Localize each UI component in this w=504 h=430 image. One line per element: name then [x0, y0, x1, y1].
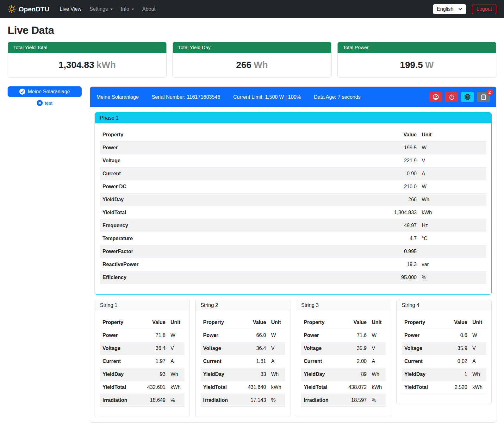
table-row: Current2.00A — [301, 355, 386, 368]
value-cell: 71.8 — [143, 329, 168, 342]
string-1-panel: String 1 Property Value Unit — [95, 300, 190, 417]
table-row: Power66.0W — [201, 329, 285, 342]
column-unit: Unit — [419, 128, 486, 141]
table-row: Voltage36.4V — [201, 342, 285, 355]
nav-about[interactable]: About — [138, 4, 160, 15]
table-row: YieldTotal432.601kWh — [100, 381, 184, 394]
value-cell: 431.640 — [243, 381, 269, 394]
table-row: YieldDay1Wh — [402, 368, 486, 381]
summary-cards-row: Total Yield Total 1,304.83kWh Total Yiel… — [8, 42, 496, 78]
value-cell: 66.0 — [243, 329, 269, 342]
unit: Wh — [254, 60, 268, 70]
table-row: Power71.6W — [301, 329, 386, 342]
value-cell: 36.4 — [243, 342, 269, 355]
nav-live-view[interactable]: Live View — [56, 4, 85, 15]
value-cell: 18.649 — [143, 394, 168, 407]
property-cell: Current — [100, 167, 381, 180]
brand[interactable]: OpenDTU — [8, 5, 49, 13]
device-info-button[interactable] — [461, 92, 474, 102]
limit-settings-button[interactable] — [429, 92, 442, 102]
unit-cell: V — [168, 342, 184, 355]
power-button[interactable] — [445, 92, 458, 102]
property-cell: YieldDay — [100, 193, 381, 206]
unit-cell: A — [419, 167, 486, 180]
value-cell: 83 — [243, 368, 269, 381]
property-cell: Current — [100, 355, 143, 368]
string-1-table: Property Value Unit Power71.8WVoltage36.… — [100, 316, 184, 407]
inverter-item-test[interactable]: test — [8, 100, 82, 106]
property-cell: Irradiation — [100, 394, 143, 407]
unit-cell: V — [419, 154, 486, 167]
property-cell: YieldTotal — [201, 381, 243, 394]
nav-settings-label: Settings — [90, 6, 108, 12]
value-cell: 1 — [445, 368, 470, 381]
phase-table-body: Power199.5WVoltage221.9VCurrent0.90APowe… — [100, 141, 486, 284]
table-row: Efficiency95.000% — [100, 271, 486, 284]
string-title: String 3 — [296, 300, 391, 311]
property-cell: Frequency — [100, 219, 381, 232]
inverter-select-button[interactable]: Meine Solaranlage — [8, 86, 82, 97]
column-value: Value — [381, 128, 419, 141]
unit-cell: Wh — [168, 368, 184, 381]
table-row: YieldTotal438.072kWh — [301, 381, 386, 394]
power-icon — [449, 94, 455, 100]
table-row: Current0.02A — [402, 355, 486, 368]
table-row: ReactivePower19.3var — [100, 258, 486, 271]
unit-cell: W — [419, 180, 486, 193]
total-yield-total-card: Total Yield Total 1,304.83kWh — [8, 42, 167, 78]
property-cell: PowerFactor — [100, 245, 381, 258]
table-row: Irradiation17.143% — [201, 394, 285, 407]
unit-cell: kWh — [470, 381, 486, 394]
column-property: Property — [100, 128, 381, 141]
page-title: Live Data — [8, 24, 496, 36]
inverter-select-label: Meine Solaranlage — [28, 89, 70, 95]
property-cell: Voltage — [301, 342, 344, 355]
column-value: Value — [445, 316, 470, 329]
column-property: Property — [100, 316, 143, 329]
navbar: OpenDTU Live View Settings Info About En… — [0, 0, 504, 18]
inverter-sidebar: Meine Solaranlage test — [8, 86, 82, 106]
unit-cell: Wh — [470, 368, 486, 381]
card-value: 266Wh — [173, 53, 331, 77]
value-cell: 266 — [381, 193, 419, 206]
string-4-table: Property Value Unit Power0.6WVoltage35.9… — [402, 316, 486, 394]
table-row: Power71.8W — [100, 329, 184, 342]
string-4-table-body: Power0.6WVoltage35.9VCurrent0.02AYieldDa… — [402, 329, 486, 394]
total-power-card: Total Power 199.5W — [337, 42, 496, 78]
value-cell: 210.0 — [381, 180, 419, 193]
value-cell: 0.6 — [445, 329, 470, 342]
table-row: Temperature4.7°C — [100, 232, 486, 245]
nav-settings[interactable]: Settings — [85, 4, 117, 15]
table-row: Voltage35.9V — [402, 342, 486, 355]
unit: kWh — [96, 60, 116, 70]
logout-button[interactable]: Logout — [472, 4, 496, 14]
property-cell: Irradiation — [201, 394, 243, 407]
table-row: Current0.90A — [100, 167, 486, 180]
unit-cell: kWh — [419, 206, 486, 219]
unit-cell: % — [269, 394, 285, 407]
nav-info[interactable]: Info — [117, 4, 138, 15]
table-row: Irradiation18.597% — [301, 394, 386, 407]
table-row: YieldDay266Wh — [100, 193, 486, 206]
property-cell: Voltage — [100, 342, 143, 355]
nav-links: Live View Settings Info About — [56, 4, 160, 15]
unit-cell: A — [168, 355, 184, 368]
nav-live-view-label: Live View — [60, 6, 81, 12]
value-cell: 35.9 — [445, 342, 470, 355]
property-cell: YieldTotal — [100, 206, 381, 219]
unit-cell: °C — [419, 232, 486, 245]
inverter-limit: Current Limit: 1,500 W | 100% — [233, 94, 301, 100]
unit-cell: W — [369, 329, 386, 342]
inverter-card: Meine Solaranlage Serial Number: 1161716… — [90, 86, 496, 423]
value-cell: 1,304.833 — [381, 206, 419, 219]
event-log-button[interactable]: 2 — [477, 92, 490, 102]
language-select[interactable]: English — [433, 4, 466, 14]
unit-cell: W — [269, 329, 285, 342]
column-value: Value — [243, 316, 269, 329]
unit-cell: Wh — [369, 368, 386, 381]
table-row: Voltage36.4V — [100, 342, 184, 355]
value-cell: 35.9 — [344, 342, 369, 355]
sun-logo-icon — [8, 5, 16, 13]
property-cell: Voltage — [100, 154, 381, 167]
string-4-panel: String 4 Property Value Unit — [396, 300, 492, 404]
